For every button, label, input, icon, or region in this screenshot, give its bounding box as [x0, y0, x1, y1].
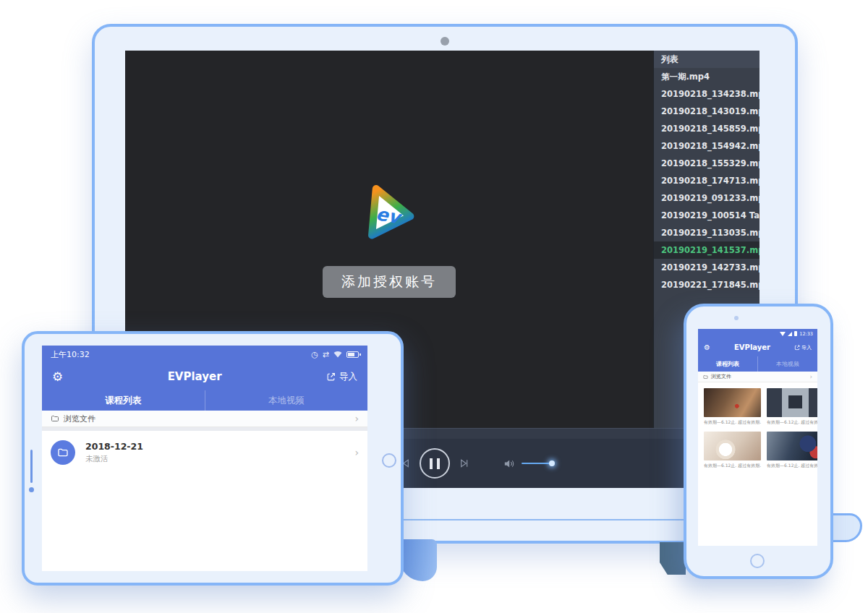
chevron-right-icon: › [809, 373, 812, 380]
course-folder-avatar [51, 440, 75, 465]
playlist-item[interactable]: 20190219_142733.mp4 [654, 259, 760, 276]
playlist-item[interactable]: 20190219_091233.mp4 [654, 189, 760, 207]
folder-icon [57, 447, 69, 458]
volume-handle[interactable] [549, 460, 555, 466]
phone-video-grid: 有效期—6.12止. 超过有效期.有效期—6.12止. 超过有效期.有效期—6.… [698, 382, 817, 475]
tablet-device: 上午10:32 ◷ ⇄ ⚙ EVPlayer 导入 [22, 331, 404, 586]
phone-camera-dot-icon [734, 316, 739, 320]
import-label: 导入 [339, 371, 357, 383]
phone-app-bar: ⚙ EVPlayer 导入 [698, 338, 817, 356]
signal-icon [788, 332, 792, 336]
course-list-item[interactable]: 2018-12-21 未激活 › [42, 431, 367, 474]
chevron-right-icon: › [354, 413, 359, 424]
volume-slider[interactable] [522, 439, 552, 488]
video-caption: 有效期—6.12止. 超过有效期. [767, 419, 817, 426]
tablet-status-bar: 上午10:32 ◷ ⇄ [42, 346, 367, 363]
tablet-app-title: EVPlayer [63, 370, 326, 383]
browse-files-label: 浏览文件 [711, 373, 809, 380]
tablet-side-slider [30, 450, 33, 483]
playlist-item[interactable]: 20190219_141537.mp4 [654, 241, 760, 259]
webcam-dot-icon [441, 37, 449, 46]
promo-stage: ev 添加授权账号 列表 第一期.mp420190218_134238.mp42… [0, 0, 868, 613]
tablet-home-button[interactable] [382, 453, 396, 468]
folder-icon [703, 374, 708, 380]
add-authorized-account-button[interactable]: 添加授权账号 [323, 266, 456, 298]
video-thumbnail[interactable] [704, 388, 761, 417]
monitor-stand-neck [660, 542, 686, 575]
playlist-item[interactable]: 20190218_174713.mp4 [654, 172, 760, 189]
phone-screen: 12:33 ⚙ EVPlayer 导入 课程列表 本地视频 [698, 329, 817, 546]
video-caption: 有效期—6.12止. 超过有效期. [767, 463, 817, 469]
course-title: 2018-12-21 [85, 441, 354, 452]
next-track-icon[interactable] [458, 439, 469, 488]
phone-status-time: 12:33 [799, 331, 813, 337]
tab-local-video[interactable]: 本地视频 [205, 390, 368, 411]
playlist-header: 列表 [654, 51, 760, 68]
import-icon [794, 345, 800, 351]
phone-tab-bar: 课程列表 本地视频 [698, 356, 817, 372]
course-status: 未激活 [85, 454, 354, 464]
phone-status-bar: 12:33 [698, 329, 817, 338]
browse-files-row[interactable]: 浏览文件 › [42, 411, 367, 427]
sync-icon: ⇄ [323, 350, 329, 359]
import-button[interactable]: 导入 [794, 344, 812, 351]
playlist-item[interactable]: 20190218_155329.mp4 [654, 155, 760, 172]
wifi-icon [780, 332, 786, 336]
playlist-item[interactable]: 20190218_143019.mp4 [654, 103, 760, 120]
browse-files-row[interactable]: 浏览文件 › [698, 372, 817, 382]
wifi-icon [333, 351, 342, 358]
tablet-app-bar: ⚙ EVPlayer 导入 [42, 363, 367, 390]
playlist-items: 第一期.mp420190218_134238.mp420190218_14301… [654, 68, 760, 293]
tablet-side-dot [29, 487, 34, 492]
import-button[interactable]: 导入 [326, 371, 357, 383]
battery-icon [794, 331, 797, 336]
video-card[interactable]: 有效期—6.12止. 超过有效期. [767, 388, 817, 426]
tab-local-video[interactable]: 本地视频 [757, 356, 817, 372]
tablet-screen: 上午10:32 ◷ ⇄ ⚙ EVPlayer 导入 [42, 346, 367, 571]
video-thumbnail[interactable] [704, 432, 761, 460]
video-card[interactable]: 有效期—6.12止. 超过有效期. [767, 432, 817, 469]
monitor-stand-left-foot [399, 539, 437, 581]
browse-files-label: 浏览文件 [64, 413, 354, 424]
video-thumbnail[interactable] [767, 388, 817, 417]
playlist-item[interactable]: 20190221_171845.mp4 [654, 276, 760, 293]
folder-icon [51, 414, 59, 423]
tablet-tab-bar: 课程列表 本地视频 [42, 390, 367, 411]
speaker-icon[interactable] [503, 439, 515, 488]
video-caption: 有效期—6.12止. 超过有效期. [704, 463, 761, 469]
playlist-item[interactable]: 第一期.mp4 [654, 68, 760, 85]
playlist-item[interactable]: 20190218_134238.mp4 [654, 85, 760, 103]
video-card[interactable]: 有效期—6.12止. 超过有效期. [704, 432, 761, 469]
playlist-item[interactable]: 20190219_100514 Task 02 [654, 207, 760, 224]
import-icon [326, 372, 336, 382]
import-label: 导入 [801, 344, 812, 351]
phone-app-title: EVPlayer [710, 343, 794, 351]
gear-icon[interactable]: ⚙ [52, 369, 63, 384]
tab-course-list[interactable]: 课程列表 [42, 390, 205, 411]
pause-button[interactable] [420, 439, 450, 488]
video-card[interactable]: 有效期—6.12止. 超过有效期. [704, 388, 761, 426]
gear-icon[interactable]: ⚙ [704, 343, 710, 351]
playlist-item[interactable]: 20190218_145859.mp4 [654, 120, 760, 137]
video-thumbnail[interactable] [767, 432, 817, 460]
tab-course-list[interactable]: 课程列表 [698, 356, 757, 372]
video-caption: 有效期—6.12止. 超过有效期. [704, 419, 761, 426]
playlist-item[interactable]: 20190218_154942.mp4 [654, 137, 760, 155]
chevron-right-icon: › [354, 447, 359, 458]
phone-device: 12:33 ⚙ EVPlayer 导入 课程列表 本地视频 [684, 304, 833, 579]
phone-home-button[interactable] [750, 554, 765, 568]
tablet-status-time: 上午10:32 [51, 349, 90, 360]
battery-icon [346, 351, 359, 358]
playlist-item[interactable]: 20190219_113035.mp4 [654, 224, 760, 241]
alarm-icon: ◷ [311, 350, 318, 359]
evplayer-logo-icon: ev [356, 181, 422, 247]
